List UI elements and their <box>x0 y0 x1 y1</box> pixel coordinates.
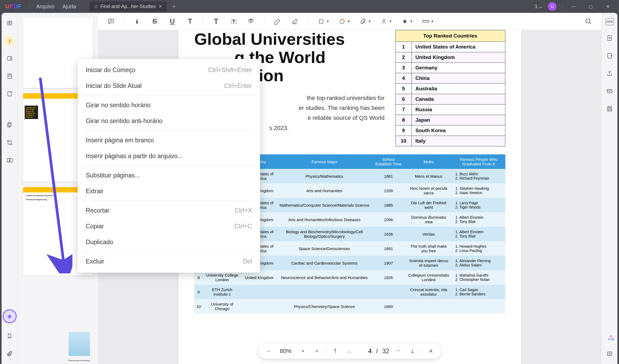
next-page-button[interactable]: ﹀ <box>394 346 403 356</box>
country-row: 10Italy <box>395 136 505 146</box>
svg-rect-12 <box>10 158 12 162</box>
window-close[interactable]: ✕ <box>602 2 614 11</box>
pencil-icon[interactable] <box>273 17 282 26</box>
underline-icon[interactable]: U <box>168 17 177 26</box>
search-icon[interactable] <box>584 17 593 26</box>
attach-tool[interactable]: ▼ <box>358 17 371 26</box>
zoom-in-button[interactable]: + <box>312 346 322 356</box>
page-separator: / <box>376 347 378 355</box>
svg-line-31 <box>589 22 591 24</box>
zoom-out-button[interactable]: − <box>264 346 273 356</box>
comment-icon[interactable] <box>106 17 116 26</box>
strikethrough-icon[interactable]: S <box>150 17 160 26</box>
tab-title: Find-and-Ap...her-Studies <box>101 4 156 9</box>
shape-tool[interactable]: ▼ <box>316 17 329 26</box>
svg-point-44 <box>610 337 612 339</box>
compare-icon[interactable] <box>5 155 14 165</box>
chevron-down-icon: ▼ <box>327 20 329 23</box>
chevron-down-icon: ▼ <box>368 20 371 23</box>
close-bar-button[interactable]: ✕ <box>426 346 436 356</box>
save-icon[interactable] <box>605 104 614 114</box>
measure-tool[interactable]: ▼ <box>421 17 434 26</box>
last-page-button[interactable]: ⤓ <box>407 346 417 356</box>
menu-item[interactable]: RecortarCtrl+X <box>78 203 260 218</box>
crop-icon[interactable] <box>5 138 14 147</box>
chevron-down-icon: ▼ <box>389 20 392 23</box>
university-row: 9ETH Zurich Institute cCrescat scientia;… <box>194 285 505 299</box>
email-icon[interactable] <box>605 86 614 96</box>
countries-table: Top Ranked Countries 1United States of A… <box>395 30 505 146</box>
convert-icon[interactable] <box>605 33 614 43</box>
menu-separator <box>83 95 255 96</box>
squiggly-icon[interactable]: T <box>185 17 195 26</box>
country-row: 5Australia <box>395 84 505 94</box>
country-row: 1United States of America <box>395 42 505 52</box>
stamp-tool[interactable]: ▼ <box>337 17 350 26</box>
menu-item[interactable]: Extrair <box>78 183 260 199</box>
signature-tool[interactable]: ▼ <box>379 17 392 26</box>
svg-text:T: T <box>250 18 252 21</box>
callout-icon[interactable]: T <box>247 17 256 26</box>
menu-separator <box>83 201 255 201</box>
svg-rect-38 <box>607 352 612 356</box>
reader-mode-icon[interactable] <box>5 18 14 28</box>
country-row: 4China <box>395 73 505 84</box>
menu-item[interactable]: CopiarCtrl+C <box>78 218 260 234</box>
menu-item[interactable]: Substituir páginas... <box>78 168 260 183</box>
edit-text-icon[interactable] <box>5 54 14 63</box>
country-row: 2United Kingdom <box>395 52 505 63</box>
zoom-dropdown-icon[interactable]: ▼ <box>298 346 308 356</box>
list-panel-icon[interactable] <box>605 349 614 359</box>
highlighter-icon[interactable] <box>132 17 142 26</box>
country-row: 3Germany <box>395 63 505 73</box>
attachment-icon[interactable] <box>5 349 14 359</box>
highlight-icon[interactable] <box>5 36 14 46</box>
share-icon[interactable] <box>605 69 614 78</box>
ai-assistant-button[interactable]: ◈ <box>3 309 17 323</box>
document-tab[interactable]: ⊘ Find-and-Ap...her-Studies ✕ <box>90 1 167 12</box>
svg-rect-13 <box>108 19 114 23</box>
svg-rect-37 <box>608 109 611 111</box>
tab-close-icon[interactable]: ✕ <box>158 3 162 9</box>
svg-point-23 <box>383 19 385 21</box>
menu-item[interactable]: Inserir páginas a partir do arquivo... <box>78 148 260 164</box>
country-row: 6Canada <box>395 94 505 105</box>
prev-page-button[interactable]: ︿ <box>344 346 354 356</box>
user-avatar[interactable]: U <box>548 2 557 11</box>
text-tool-icon[interactable]: T <box>211 17 221 26</box>
window-minimize[interactable]: — <box>568 2 579 11</box>
zoom-level: 80% <box>278 348 294 355</box>
menu-item[interactable]: Duplicado <box>78 234 260 250</box>
organize-pages-icon[interactable] <box>5 120 14 130</box>
bookmark-icon[interactable] <box>5 331 14 341</box>
menu-help[interactable]: Ajuda <box>62 3 76 10</box>
annotation-toolbar: S U T T T T ▼ ▼ ▼ ▼ ▼ ▼ <box>98 13 601 30</box>
form-icon[interactable] <box>5 89 14 99</box>
app-logo: UPDF <box>5 3 21 10</box>
ocr-icon[interactable]: OCR <box>605 18 614 25</box>
menu-separator <box>83 131 255 131</box>
compress-icon[interactable] <box>605 51 614 61</box>
page-layout-icon[interactable] <box>5 71 14 81</box>
window-maximize[interactable]: ▢ <box>585 2 596 11</box>
add-tab-button[interactable]: + <box>172 3 176 10</box>
chevron-down-icon: ▼ <box>410 20 413 23</box>
first-page-button[interactable]: ⤒ <box>331 346 340 356</box>
university-row: 10University of ChicagoPhysics/Chemistry… <box>194 299 505 314</box>
menu-file[interactable]: Arquivo <box>36 3 54 10</box>
menu-item[interactable]: ExcluirDel <box>78 254 260 269</box>
menu-item[interactable]: Girar no sentido horário <box>78 97 260 113</box>
eraser-icon[interactable] <box>290 17 300 26</box>
menu-item[interactable]: Girar no sentido anti-horário <box>78 113 260 129</box>
flower-decoration-icon <box>607 334 615 343</box>
menu-item[interactable]: Inserir página em branco <box>78 132 260 148</box>
window-count[interactable]: 1 ⌄ <box>535 3 543 9</box>
chevron-down-icon: ▼ <box>347 20 350 23</box>
svg-rect-11 <box>7 158 9 162</box>
current-page-input[interactable] <box>358 347 372 355</box>
textbox-icon[interactable]: T <box>229 17 239 26</box>
menu-item[interactable]: Iniciar do Slide AtualCtrl+Enter <box>78 78 260 94</box>
sign-tool[interactable]: ▼ <box>400 17 413 26</box>
titlebar-sep <box>562 3 562 10</box>
menu-item[interactable]: Iniciar do ComeçoCtrl+Shift+Enter <box>78 62 260 78</box>
